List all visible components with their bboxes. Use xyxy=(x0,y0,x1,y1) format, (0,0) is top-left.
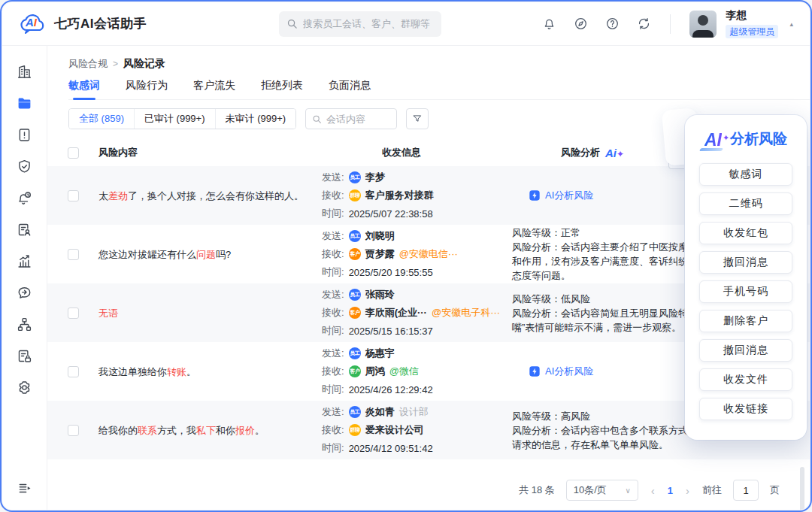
row-checkbox[interactable] xyxy=(68,425,79,436)
tab-1[interactable]: 风险行为 xyxy=(126,75,168,99)
panel-button-3[interactable]: 撤回消息 xyxy=(699,251,792,274)
panel-button-5[interactable]: 删除客户 xyxy=(699,310,792,332)
time-line: 时间: 2025/5/15 16:15:37 xyxy=(322,324,512,338)
sidebar-item-org-structure[interactable] xyxy=(11,312,38,337)
header-actions: 李想 超级管理员 ▴ xyxy=(542,9,793,38)
audit-filter-segments: 全部 (859)已审计 (999+)未审计 (999+) xyxy=(68,108,296,129)
sync-icon[interactable] xyxy=(637,17,651,31)
recv-line: 接收: 客户 李欣雨(企业··· @安徽电子科··· xyxy=(322,306,512,320)
app-logo: AI 七巧AI会话助手 xyxy=(19,13,244,35)
sidebar-item-secure-files[interactable] xyxy=(11,344,38,368)
panel-button-8[interactable]: 收发链接 xyxy=(699,398,792,420)
tab-3[interactable]: 拒绝列表 xyxy=(261,75,303,99)
breadcrumb-separator: > xyxy=(113,59,118,69)
row-checkbox[interactable] xyxy=(68,249,79,260)
time-line: 时间: 2025/4/26 12:29:42 xyxy=(322,383,512,396)
icon-doc-warning xyxy=(17,127,32,143)
scrollbar[interactable] xyxy=(800,467,804,510)
panel-button-1[interactable]: 二维码 xyxy=(699,192,792,215)
party-name: 贾梦露 xyxy=(365,247,395,261)
send-line: 发送: 员工 炎如青 设计部 xyxy=(322,405,512,419)
global-search[interactable] xyxy=(279,11,441,37)
user-meta: 李想 超级管理员 xyxy=(726,9,778,38)
content-search-input[interactable] xyxy=(326,114,390,125)
sidebar-item-statistics[interactable] xyxy=(11,249,38,274)
message-time: 2025/4/12 09:51:42 xyxy=(349,443,433,454)
icon-doc-person xyxy=(17,222,32,238)
tab-0[interactable]: 敏感词 xyxy=(68,75,100,99)
time-line: 时间: 2025/5/20 19:55:55 xyxy=(322,265,512,279)
party-tag: @微信 xyxy=(389,365,419,378)
party-type-badge: 员工 xyxy=(349,406,361,418)
party-type-badge: 群聊 xyxy=(349,189,361,201)
send-line: 发送: 员工 杨惠宇 xyxy=(322,347,512,360)
risk-content: 无语 xyxy=(98,306,322,320)
panel-title: AI ✦ 分析风险 xyxy=(685,125,807,149)
next-page-button[interactable]: › xyxy=(684,484,691,497)
sidebar-collapse-button[interactable] xyxy=(11,477,38,499)
segment-2[interactable]: 未审计 (999+) xyxy=(215,109,296,129)
chevron-down-icon: ∨ xyxy=(625,486,630,495)
panel-button-6[interactable]: 撤回消息 xyxy=(699,339,792,362)
sidebar-item-report-warning[interactable] xyxy=(11,123,38,147)
sidebar-item-contracts[interactable] xyxy=(11,217,38,242)
row-checkbox[interactable] xyxy=(68,190,79,201)
risk-content: 您这边对拔罐还有什么问题吗? xyxy=(98,247,322,262)
panel-button-2[interactable]: 收发红包 xyxy=(699,222,792,244)
segment-1[interactable]: 已审计 (999+) xyxy=(134,109,215,129)
row-checkbox[interactable] xyxy=(68,366,79,377)
sidebar xyxy=(2,46,47,510)
party-type-badge: 客户 xyxy=(349,307,361,319)
risk-content: 我这边单独给你转账。 xyxy=(98,365,322,379)
sidebar-item-risk-records[interactable] xyxy=(11,91,38,116)
sidebar-item-compliance-shield[interactable] xyxy=(11,154,38,179)
recv-line: 接收: 群聊 爱来设计公司 xyxy=(322,423,512,437)
content-search[interactable] xyxy=(305,108,397,129)
app-header: AI 七巧AI会话助手 李想 超级管理员 ▴ xyxy=(2,2,810,46)
icon-chat xyxy=(17,285,32,301)
goto-page-input[interactable] xyxy=(733,480,759,501)
party-type-badge: 员工 xyxy=(349,289,361,301)
help-icon[interactable] xyxy=(605,17,620,31)
party-name: 炎如青 xyxy=(365,405,395,419)
app-title: 七巧AI会话助手 xyxy=(54,15,147,32)
sidebar-item-chat-review[interactable] xyxy=(11,280,38,305)
panel-button-7[interactable]: 收发文件 xyxy=(699,368,792,391)
icon-bell-clock xyxy=(17,190,32,206)
panel-button-0[interactable]: 敏感词 xyxy=(699,163,792,186)
segment-0[interactable]: 全部 (859) xyxy=(69,109,134,129)
message-time: 2025/5/15 16:15:37 xyxy=(349,326,433,337)
avatar[interactable] xyxy=(689,11,717,38)
sidebar-item-alerts[interactable] xyxy=(11,186,38,211)
notification-bell-icon[interactable] xyxy=(542,17,556,31)
sidebar-nav xyxy=(11,59,38,400)
tab-4[interactable]: 负面消息 xyxy=(329,75,371,99)
tab-2[interactable]: 客户流失 xyxy=(193,75,235,99)
prev-page-button[interactable]: ‹ xyxy=(650,484,656,497)
screen: AI 七巧AI会话助手 李想 超级管理员 ▴ xyxy=(0,0,812,512)
send-line: 发送: 员工 李梦 xyxy=(322,171,512,184)
sidebar-item-settings[interactable] xyxy=(11,375,38,400)
party-name: 客户服务对接群 xyxy=(365,189,434,202)
search-icon xyxy=(312,114,322,124)
page-size-select[interactable]: 10条/页 ∨ xyxy=(566,480,638,501)
user-menu-caret-icon[interactable]: ▴ xyxy=(789,20,793,28)
global-search-input[interactable] xyxy=(303,18,434,29)
compass-icon[interactable] xyxy=(574,17,588,31)
party-name: 杨惠宇 xyxy=(365,347,395,360)
sidebar-item-company[interactable] xyxy=(11,59,38,84)
panel-button-4[interactable]: 手机号码 xyxy=(699,280,792,303)
filter-button[interactable] xyxy=(406,108,429,129)
row-checkbox[interactable] xyxy=(68,308,79,319)
current-page[interactable]: 1 xyxy=(668,485,673,496)
ai-bolt-icon xyxy=(529,365,541,377)
party-type-badge: 客户 xyxy=(349,365,361,377)
breadcrumb-parent[interactable]: 风险合规 xyxy=(68,57,108,71)
icon-shield-check xyxy=(17,159,32,174)
select-all-checkbox[interactable] xyxy=(68,147,79,159)
icon-gear xyxy=(17,380,32,395)
time-line: 时间: 2025/5/07 22:38:58 xyxy=(322,207,512,220)
search-icon xyxy=(286,18,298,29)
party-name: 李欣雨(企业··· xyxy=(365,306,427,320)
ai-analysis-panel: AI ✦ 分析风险 敏感词二维码收发红包撤回消息手机号码删除客户撤回消息收发文件… xyxy=(685,115,807,440)
